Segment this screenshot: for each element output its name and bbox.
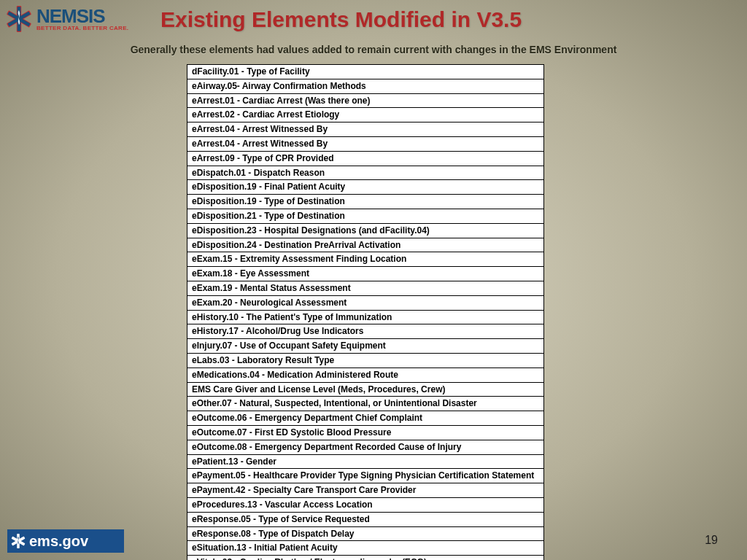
table-row: eDisposition.23 - Hospital Designations …: [187, 224, 543, 238]
slide-title: Existing Elements Modified in V3.5: [160, 7, 522, 32]
table-row: eArrest.04 - Arrest Witnessed By: [187, 137, 543, 152]
table-row: eDisposition.19 - Type of Destination: [187, 195, 543, 209]
table-row: eOutcome.07 - First ED Systolic Blood Pr…: [187, 426, 543, 440]
nemsis-logo: NEMSIS BETTER DATA. BETTER CARE.: [4, 4, 128, 34]
page-number: 19: [705, 534, 718, 547]
table-row: eDisposition.21 - Type of Destination: [187, 209, 543, 224]
table-row: ePayment.05 - Healthcare Provider Type S…: [187, 469, 543, 483]
star-of-life-small-icon: [10, 533, 26, 549]
table-row: eArrest.04 - Arrest Witnessed By: [187, 122, 543, 137]
table-row: eHistory.17 - Alcohol/Drug Use Indicator…: [187, 324, 543, 339]
table-row: eMedications.04 - Medication Administere…: [187, 368, 543, 383]
nemsis-tagline: BETTER DATA. BETTER CARE.: [36, 26, 128, 31]
table-row: eOutcome.08 - Emergency Department Recor…: [187, 440, 543, 455]
star-of-life-icon: [4, 4, 34, 34]
table-row: eExam.18 - Eye Assessment: [187, 267, 543, 281]
table-row: eExam.15 - Extremity Assessment Finding …: [187, 252, 543, 267]
table-row: eResponse.08 - Type of Dispatch Delay: [187, 527, 543, 542]
table-row: ePatient.13 - Gender: [187, 455, 543, 470]
ems-logo-text: ems.gov: [29, 533, 88, 550]
ems-gov-logo: ems.gov: [7, 529, 124, 553]
slide-subtitle: Generally these elements had values adde…: [0, 44, 747, 55]
table-row: ePayment.42 - Specialty Care Transport C…: [187, 483, 543, 498]
nemsis-logo-text: NEMSIS: [36, 7, 128, 26]
table-row: eArrest.09 - Type of CPR Provided: [187, 152, 543, 166]
table-row: eVitals.03 - Cardiac Rhythm / Electrocar…: [187, 556, 543, 560]
table-row: eLabs.03 - Laboratory Result Type: [187, 354, 543, 368]
table-row: eInjury.07 - Use of Occupant Safety Equi…: [187, 339, 543, 354]
elements-table: dFacility.01 - Type of FacilityeAirway.0…: [187, 64, 544, 560]
table-row: eDispatch.01 - Dispatch Reason: [187, 166, 543, 181]
table-row: eOther.07 - Natural, Suspected, Intentio…: [187, 397, 543, 411]
table-row: eDisposition.19 - Final Patient Acuity: [187, 180, 543, 195]
table-row: eAirway.05- Airway Confirmation Methods: [187, 79, 543, 94]
table-row: eProcedures.13 - Vascular Access Locatio…: [187, 498, 543, 513]
table-row: eArrest.01 - Cardiac Arrest (Was there o…: [187, 94, 543, 109]
table-row: eOutcome.06 - Emergency Department Chief…: [187, 411, 543, 426]
table-row: EMS Care Giver and License Level (Meds, …: [187, 383, 543, 397]
table-row: eArrest.02 - Cardiac Arrest Etiology: [187, 108, 543, 122]
table-row: dFacility.01 - Type of Facility: [187, 65, 543, 79]
table-row: eResponse.05 - Type of Service Requested: [187, 513, 543, 527]
table-row: eHistory.10 - The Patient's Type of Immu…: [187, 311, 543, 325]
table-row: eDisposition.24 - Destination PreArrival…: [187, 238, 543, 253]
table-row: eSituation.13 - Initial Patient Acuity: [187, 541, 543, 556]
table-row: eExam.20 - Neurological Assessment: [187, 296, 543, 311]
table-row: eExam.19 - Mental Status Assessment: [187, 281, 543, 296]
